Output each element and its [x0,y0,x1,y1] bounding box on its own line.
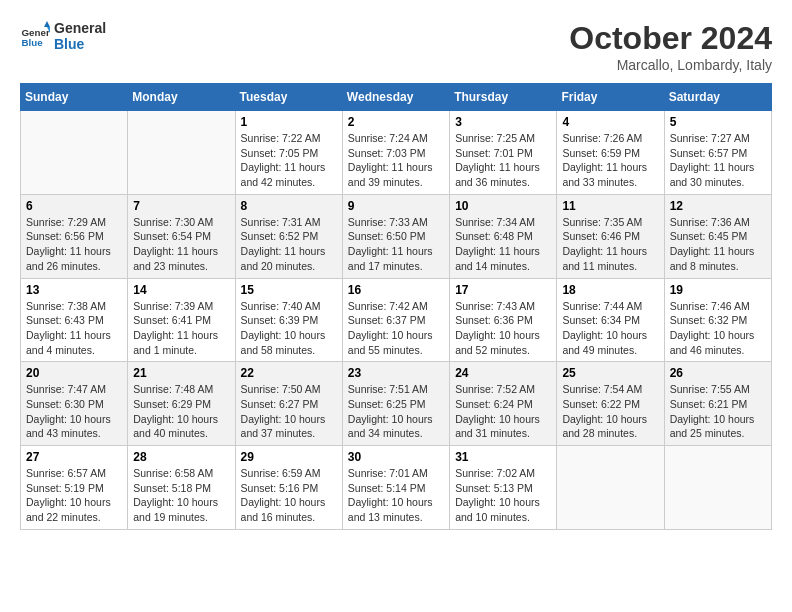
day-number: 12 [670,199,766,213]
day-info: Sunrise: 7:26 AM Sunset: 6:59 PM Dayligh… [562,131,658,190]
day-number: 24 [455,366,551,380]
day-info: Sunrise: 7:35 AM Sunset: 6:46 PM Dayligh… [562,215,658,274]
calendar-cell: 26Sunrise: 7:55 AM Sunset: 6:21 PM Dayli… [664,362,771,446]
day-info: Sunrise: 7:47 AM Sunset: 6:30 PM Dayligh… [26,382,122,441]
day-number: 5 [670,115,766,129]
day-info: Sunrise: 6:58 AM Sunset: 5:18 PM Dayligh… [133,466,229,525]
day-number: 4 [562,115,658,129]
svg-marker-2 [44,21,50,27]
day-info: Sunrise: 7:48 AM Sunset: 6:29 PM Dayligh… [133,382,229,441]
logo: General Blue General Blue [20,20,106,52]
calendar-week-1: 1Sunrise: 7:22 AM Sunset: 7:05 PM Daylig… [21,111,772,195]
calendar-cell: 17Sunrise: 7:43 AM Sunset: 6:36 PM Dayli… [450,278,557,362]
calendar-cell: 8Sunrise: 7:31 AM Sunset: 6:52 PM Daylig… [235,194,342,278]
day-info: Sunrise: 7:38 AM Sunset: 6:43 PM Dayligh… [26,299,122,358]
day-info: Sunrise: 7:55 AM Sunset: 6:21 PM Dayligh… [670,382,766,441]
day-number: 9 [348,199,444,213]
calendar-cell: 18Sunrise: 7:44 AM Sunset: 6:34 PM Dayli… [557,278,664,362]
day-info: Sunrise: 6:59 AM Sunset: 5:16 PM Dayligh… [241,466,337,525]
calendar-cell: 29Sunrise: 6:59 AM Sunset: 5:16 PM Dayli… [235,446,342,530]
day-info: Sunrise: 6:57 AM Sunset: 5:19 PM Dayligh… [26,466,122,525]
calendar-cell: 6Sunrise: 7:29 AM Sunset: 6:56 PM Daylig… [21,194,128,278]
day-number: 8 [241,199,337,213]
day-info: Sunrise: 7:51 AM Sunset: 6:25 PM Dayligh… [348,382,444,441]
day-info: Sunrise: 7:54 AM Sunset: 6:22 PM Dayligh… [562,382,658,441]
calendar-cell: 31Sunrise: 7:02 AM Sunset: 5:13 PM Dayli… [450,446,557,530]
day-number: 28 [133,450,229,464]
calendar-cell: 30Sunrise: 7:01 AM Sunset: 5:14 PM Dayli… [342,446,449,530]
day-number: 1 [241,115,337,129]
day-info: Sunrise: 7:31 AM Sunset: 6:52 PM Dayligh… [241,215,337,274]
header-day-saturday: Saturday [664,84,771,111]
day-number: 2 [348,115,444,129]
calendar-cell: 7Sunrise: 7:30 AM Sunset: 6:54 PM Daylig… [128,194,235,278]
calendar-cell: 22Sunrise: 7:50 AM Sunset: 6:27 PM Dayli… [235,362,342,446]
calendar-cell: 27Sunrise: 6:57 AM Sunset: 5:19 PM Dayli… [21,446,128,530]
day-info: Sunrise: 7:27 AM Sunset: 6:57 PM Dayligh… [670,131,766,190]
calendar-cell: 21Sunrise: 7:48 AM Sunset: 6:29 PM Dayli… [128,362,235,446]
calendar-cell [557,446,664,530]
day-number: 26 [670,366,766,380]
title-block: October 2024 Marcallo, Lombardy, Italy [569,20,772,73]
day-number: 13 [26,283,122,297]
day-info: Sunrise: 7:46 AM Sunset: 6:32 PM Dayligh… [670,299,766,358]
day-info: Sunrise: 7:25 AM Sunset: 7:01 PM Dayligh… [455,131,551,190]
header-day-thursday: Thursday [450,84,557,111]
calendar-cell: 9Sunrise: 7:33 AM Sunset: 6:50 PM Daylig… [342,194,449,278]
calendar-cell: 5Sunrise: 7:27 AM Sunset: 6:57 PM Daylig… [664,111,771,195]
day-number: 6 [26,199,122,213]
month-title: October 2024 [569,20,772,57]
calendar-cell: 16Sunrise: 7:42 AM Sunset: 6:37 PM Dayli… [342,278,449,362]
calendar-cell: 13Sunrise: 7:38 AM Sunset: 6:43 PM Dayli… [21,278,128,362]
day-number: 23 [348,366,444,380]
header-day-friday: Friday [557,84,664,111]
calendar-cell: 3Sunrise: 7:25 AM Sunset: 7:01 PM Daylig… [450,111,557,195]
svg-text:Blue: Blue [22,37,44,48]
calendar-cell [21,111,128,195]
calendar-cell: 25Sunrise: 7:54 AM Sunset: 6:22 PM Dayli… [557,362,664,446]
calendar-cell [128,111,235,195]
calendar-week-2: 6Sunrise: 7:29 AM Sunset: 6:56 PM Daylig… [21,194,772,278]
calendar-cell: 2Sunrise: 7:24 AM Sunset: 7:03 PM Daylig… [342,111,449,195]
calendar-week-3: 13Sunrise: 7:38 AM Sunset: 6:43 PM Dayli… [21,278,772,362]
day-info: Sunrise: 7:01 AM Sunset: 5:14 PM Dayligh… [348,466,444,525]
day-number: 31 [455,450,551,464]
page-header: General Blue General Blue October 2024 M… [20,20,772,73]
day-number: 19 [670,283,766,297]
day-number: 15 [241,283,337,297]
day-info: Sunrise: 7:34 AM Sunset: 6:48 PM Dayligh… [455,215,551,274]
calendar-cell: 11Sunrise: 7:35 AM Sunset: 6:46 PM Dayli… [557,194,664,278]
calendar-cell: 28Sunrise: 6:58 AM Sunset: 5:18 PM Dayli… [128,446,235,530]
day-info: Sunrise: 7:22 AM Sunset: 7:05 PM Dayligh… [241,131,337,190]
day-info: Sunrise: 7:36 AM Sunset: 6:45 PM Dayligh… [670,215,766,274]
day-number: 16 [348,283,444,297]
day-number: 25 [562,366,658,380]
day-info: Sunrise: 7:29 AM Sunset: 6:56 PM Dayligh… [26,215,122,274]
calendar-table: SundayMondayTuesdayWednesdayThursdayFrid… [20,83,772,530]
day-number: 3 [455,115,551,129]
day-info: Sunrise: 7:39 AM Sunset: 6:41 PM Dayligh… [133,299,229,358]
day-info: Sunrise: 7:50 AM Sunset: 6:27 PM Dayligh… [241,382,337,441]
day-info: Sunrise: 7:24 AM Sunset: 7:03 PM Dayligh… [348,131,444,190]
day-number: 22 [241,366,337,380]
day-info: Sunrise: 7:30 AM Sunset: 6:54 PM Dayligh… [133,215,229,274]
day-number: 7 [133,199,229,213]
calendar-week-5: 27Sunrise: 6:57 AM Sunset: 5:19 PM Dayli… [21,446,772,530]
calendar-cell [664,446,771,530]
calendar-header-row: SundayMondayTuesdayWednesdayThursdayFrid… [21,84,772,111]
day-number: 10 [455,199,551,213]
day-info: Sunrise: 7:52 AM Sunset: 6:24 PM Dayligh… [455,382,551,441]
logo-icon: General Blue [20,21,50,51]
logo-line2: Blue [54,36,106,52]
calendar-cell: 4Sunrise: 7:26 AM Sunset: 6:59 PM Daylig… [557,111,664,195]
calendar-week-4: 20Sunrise: 7:47 AM Sunset: 6:30 PM Dayli… [21,362,772,446]
day-number: 30 [348,450,444,464]
day-info: Sunrise: 7:42 AM Sunset: 6:37 PM Dayligh… [348,299,444,358]
day-number: 14 [133,283,229,297]
calendar-cell: 15Sunrise: 7:40 AM Sunset: 6:39 PM Dayli… [235,278,342,362]
day-number: 11 [562,199,658,213]
day-number: 21 [133,366,229,380]
header-day-monday: Monday [128,84,235,111]
calendar-cell: 14Sunrise: 7:39 AM Sunset: 6:41 PM Dayli… [128,278,235,362]
calendar-cell: 1Sunrise: 7:22 AM Sunset: 7:05 PM Daylig… [235,111,342,195]
